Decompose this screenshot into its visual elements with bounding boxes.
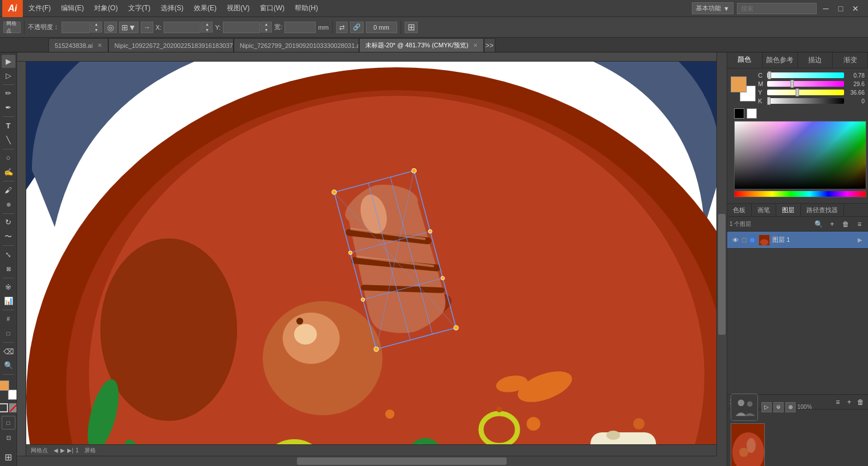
layers-tab[interactable]: 图层 <box>776 204 801 216</box>
pen-tool[interactable]: ✏ <box>2 87 15 100</box>
column-graph-tool[interactable]: 📊 <box>2 294 15 307</box>
y-up[interactable]: ▲ <box>260 22 272 27</box>
gradient-btn[interactable] <box>9 403 18 412</box>
draw-inside-btn[interactable]: ⊡ <box>2 431 15 444</box>
c-thumb[interactable] <box>768 71 771 79</box>
tab-close-3[interactable]: ✕ <box>473 42 478 48</box>
x-up[interactable]: ▲ <box>201 22 213 27</box>
view-mode-btn[interactable]: 基本功能 ▼ <box>692 2 733 14</box>
ellipse-tool[interactable]: ○ <box>2 152 15 165</box>
search-input[interactable] <box>737 3 817 14</box>
scrollbar-horizontal[interactable] <box>17 456 716 466</box>
m-thumb[interactable] <box>790 80 794 88</box>
menu-select[interactable]: 选择(S) <box>156 0 188 17</box>
tab-1[interactable]: Nipic_10922672_20200225183916183037.ai ✕ <box>108 38 234 52</box>
select-tool[interactable]: ▶ <box>2 55 15 68</box>
menu-help[interactable]: 帮助(H) <box>290 0 323 17</box>
transform-options-btn[interactable]: ⊞ <box>405 22 418 33</box>
foreground-color-swatch[interactable] <box>0 380 9 391</box>
prev-frame-btn[interactable]: ◀ <box>54 447 58 453</box>
direct-select-tool[interactable]: ▷ <box>2 69 15 82</box>
circle-btn[interactable]: ◎ <box>104 22 117 33</box>
menu-view[interactable]: 视图(V) <box>222 0 254 17</box>
play-btn[interactable]: ▶ <box>60 447 65 453</box>
opacity-down-btn[interactable]: ▼ <box>91 27 102 33</box>
gradient-tab[interactable]: 渐变 <box>833 52 868 68</box>
maximize-button[interactable]: □ <box>835 3 846 14</box>
mesh-tool[interactable]: # <box>2 313 15 326</box>
menu-file[interactable]: 文件(F) <box>24 0 55 17</box>
x-down[interactable]: ▼ <box>201 27 213 33</box>
link-btn[interactable]: ⇄ <box>336 22 348 33</box>
x-input[interactable]: 127.048 <box>164 22 201 33</box>
scroll-thumb-h[interactable] <box>297 457 507 465</box>
menu-edit[interactable]: 编辑(E) <box>56 0 88 17</box>
layer-action-2[interactable]: ⟱ <box>773 402 784 412</box>
layer-lock-1[interactable] <box>742 238 747 242</box>
y-thumb[interactable] <box>796 88 799 96</box>
white-swatch[interactable] <box>747 108 757 119</box>
layer-options-btn[interactable]: ≡ <box>853 219 866 229</box>
y-down[interactable]: ▼ <box>260 27 272 33</box>
menu-effect[interactable]: 效果(E) <box>189 0 221 17</box>
foreground-swatch[interactable] <box>731 76 747 92</box>
background-color-swatch[interactable] <box>8 390 18 400</box>
layer-large-thumb[interactable] <box>731 394 758 421</box>
layer-eye-1[interactable]: 👁 <box>731 236 740 245</box>
scale-tool[interactable]: ⤡ <box>2 248 15 261</box>
k-thumb[interactable] <box>767 97 771 105</box>
type-tool[interactable]: T <box>2 119 15 132</box>
free-transform-tool[interactable]: ⊠ <box>2 262 15 275</box>
tab-0[interactable]: 515243838.ai ✕ <box>48 38 108 52</box>
brushes-tab[interactable]: 画笔 <box>752 204 776 216</box>
scrollbar-vertical[interactable] <box>716 52 727 456</box>
angle-input[interactable] <box>366 22 397 33</box>
align-btn[interactable]: 🔗 <box>350 22 364 33</box>
swatches-tab[interactable]: 色板 <box>727 204 752 216</box>
artboard-tool[interactable]: □ <box>2 327 15 340</box>
c-slider[interactable] <box>767 72 844 78</box>
add-anchor-tool[interactable]: ✒ <box>2 101 15 114</box>
minimize-button[interactable]: ─ <box>820 3 832 14</box>
close-button[interactable]: ✕ <box>850 3 861 14</box>
color-hue-bar[interactable] <box>734 191 866 197</box>
color-tab[interactable]: 颜色 <box>727 52 763 68</box>
none-btn[interactable] <box>0 403 8 412</box>
menu-object[interactable]: 对象(O) <box>89 0 122 17</box>
normal-draw-btn[interactable]: □ <box>2 416 15 429</box>
paintbrush-tool[interactable]: 🖌 <box>2 184 15 197</box>
line-tool[interactable]: ╲ <box>2 133 15 147</box>
w-input[interactable]: 0 mm <box>284 22 316 33</box>
y-slider[interactable] <box>767 90 844 95</box>
canvas-area[interactable]: 网格点 ◀ ▶ ▶| 1 屏格 <box>17 52 727 466</box>
layer-action-1[interactable]: ▷ <box>761 402 772 412</box>
pathfinder-tab[interactable]: 路径查找器 <box>801 204 844 216</box>
color-spectrum[interactable] <box>734 121 866 189</box>
blob-brush-tool[interactable]: ⊕ <box>2 198 15 211</box>
arrow-btn[interactable]: → <box>141 22 153 33</box>
artwork-container[interactable] <box>26 62 716 456</box>
layer-action-3[interactable]: ⊕ <box>785 402 796 412</box>
pencil-tool[interactable]: ✍ <box>2 165 15 179</box>
stroke-tab[interactable]: 描边 <box>798 52 833 68</box>
tab-close-0[interactable]: ✕ <box>97 42 102 48</box>
eraser-tool[interactable]: ⌫ <box>2 345 15 358</box>
scroll-thumb-v[interactable] <box>718 214 726 335</box>
layer-expand-btn[interactable]: ▶ <box>858 237 865 243</box>
layer-item-1[interactable]: 👁 图层 1 ▶ <box>727 232 868 249</box>
k-slider[interactable] <box>767 98 844 104</box>
next-frame-btn[interactable]: ▶| <box>67 447 74 453</box>
color-ref-tab[interactable]: 颜色参考 <box>763 52 798 68</box>
search-layers-btn[interactable]: 🔍 <box>812 219 825 229</box>
opacity-input[interactable]: 100% <box>62 22 90 33</box>
tab-3[interactable]: 未标题-20* @ 481.73% (CMYK/预览) ✕ <box>359 38 484 52</box>
menu-window[interactable]: 窗口(W) <box>255 0 289 17</box>
artboard-nav-btn[interactable]: ⊞ <box>2 450 15 464</box>
transform-btn[interactable]: ⊞▼ <box>119 22 138 33</box>
rotate-tool[interactable]: ↻ <box>2 216 15 229</box>
black-swatch[interactable] <box>734 108 744 119</box>
zoom-tool[interactable]: 🔍 <box>2 359 15 372</box>
delete-layer-btn[interactable]: 🗑 <box>840 219 852 229</box>
menu-text[interactable]: 文字(T) <box>124 0 155 17</box>
new-layer-btn[interactable]: + <box>826 219 838 229</box>
